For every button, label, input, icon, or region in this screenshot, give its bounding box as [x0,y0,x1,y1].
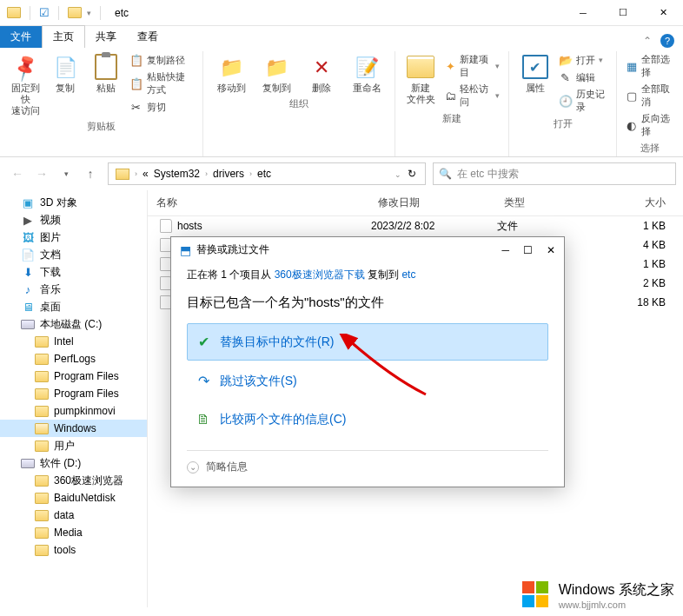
col-size[interactable]: 大小 [621,190,683,215]
chevron-down-icon: ⌄ [187,461,199,474]
tree-music[interactable]: ♪音乐 [0,281,147,298]
tree-windows[interactable]: Windows [0,420,147,437]
drive-icon [21,457,35,469]
easy-access-button[interactable]: 🗂轻松访问▾ [445,83,501,109]
scissors-icon: ✂ [129,100,143,114]
group-clipboard-label: 剪贴板 [87,116,116,135]
breadcrumb-root-icon[interactable] [116,169,129,180]
tree-users[interactable]: 用户 [0,437,147,454]
nav-up-button[interactable]: ↑ [80,163,101,184]
col-type[interactable]: 类型 [495,190,621,215]
refresh-button[interactable]: ↻ [408,168,416,180]
breadcrumb-item[interactable]: «System32 [139,168,203,180]
tree-videos[interactable]: ▶视频 [0,211,147,229]
invert-selection-button[interactable]: ◐反向选择 [626,112,674,138]
folder-icon [35,371,49,382]
tree-perflogs[interactable]: PerfLogs [0,350,147,368]
nav-tree[interactable]: ▣3D 对象 ▶视频 🖼图片 📄文档 ⬇下载 ♪音乐 🖥桌面 本地磁盘 (C:)… [0,190,148,607]
folder-icon [35,527,49,539]
replace-file-option[interactable]: ✔ 替换目标中的文件(R) [187,323,548,361]
col-date[interactable]: 修改日期 [369,190,495,215]
path-icon: 📋 [129,53,143,67]
tab-home[interactable]: 主页 [42,25,85,48]
tree-intel[interactable]: Intel [0,333,147,350]
tree-downloads[interactable]: ⬇下载 [0,263,147,281]
tab-share[interactable]: 共享 [85,26,127,48]
dialog-source-text: 正在将 1 个项目从 360极速浏览器下载 复制到 etc [187,268,548,282]
tree-data[interactable]: data [0,507,147,524]
select-none-button[interactable]: ▢全部取消 [626,83,674,109]
nav-back-button[interactable]: ← [7,163,28,184]
tree-baidu[interactable]: BaiduNetdisk [0,489,147,507]
file-type: 文件 [497,219,623,234]
edit-button[interactable]: ✎编辑 [559,70,607,84]
qat-dropdown-icon[interactable]: ▾ [87,9,91,17]
search-input[interactable]: 🔍 在 etc 中搜索 [433,162,676,185]
folder-icon [35,388,49,400]
copy-to-icon: 📁 [262,53,290,81]
breadcrumb-dropdown[interactable]: ⌄ [395,170,401,179]
history-icon: 🕘 [559,94,573,108]
folder-icon[interactable] [68,7,82,18]
open-button[interactable]: 📂打开▾ [559,53,607,67]
tab-view[interactable]: 查看 [127,26,169,48]
tree-3d-objects[interactable]: ▣3D 对象 [0,194,147,211]
tree-soft-d[interactable]: 软件 (D:) [0,454,147,472]
dialog-maximize-button[interactable]: ☐ [523,244,533,256]
file-icon [160,219,172,233]
maximize-button[interactable]: ☐ [603,0,643,26]
dialog-minimize-button[interactable]: ─ [501,244,509,256]
breadcrumb-item[interactable]: etc [254,168,275,180]
tree-program-files-x86[interactable]: Program Files [0,385,147,402]
tree-documents[interactable]: 📄文档 [0,246,147,263]
new-folder-button[interactable]: 新建 文件夹 [404,53,437,105]
dialog-more-info[interactable]: ⌄ 简略信息 [187,460,548,474]
tree-pumpkin[interactable]: pumpkinmovi [0,402,147,420]
chevron-right-icon[interactable]: › [249,169,252,178]
dialog-dest-link[interactable]: etc [401,268,415,281]
nav-history-dropdown[interactable]: ▾ [56,163,76,184]
nav-forward-button[interactable]: → [31,163,52,184]
move-to-button[interactable]: 📁移动到 [212,53,250,94]
tree-pictures[interactable]: 🖼图片 [0,229,147,246]
tree-program-files[interactable]: Program Files [0,368,147,385]
copy-to-button[interactable]: 📁复制到 [257,53,295,94]
help-icon[interactable]: ? [660,34,674,48]
qat-check-icon[interactable]: ☑ [39,6,50,19]
dialog-source-link[interactable]: 360极速浏览器下载 [275,268,365,281]
tree-media[interactable]: Media [0,524,147,541]
cut-button[interactable]: ✂剪切 [129,100,195,114]
tree-360[interactable]: 360极速浏览器 [0,472,147,489]
chevron-right-icon[interactable]: › [205,169,208,178]
breadcrumb[interactable]: › «System32 › drivers › etc ⌄ ↻ [108,162,426,185]
col-name[interactable]: 名称 [148,190,369,215]
copy-button[interactable]: 📄复制 [49,53,82,94]
delete-button[interactable]: ✕删除 [302,53,341,94]
tab-file[interactable]: 文件 [0,26,42,48]
folder-icon [35,510,49,521]
window-title: etc [115,7,129,19]
properties-button[interactable]: ✔属性 [518,53,551,94]
check-icon: ✔ [196,334,211,350]
paste-shortcut-button[interactable]: 📋粘贴快捷方式 [129,70,195,96]
history-button[interactable]: 🕘历史记录 [559,88,607,114]
rename-button[interactable]: 📝重命名 [348,53,386,94]
pin-quick-access-button[interactable]: 📌固定到快 速访问 [9,53,42,116]
skip-file-option[interactable]: ↷ 跳过该文件(S) [187,362,548,400]
copy-path-button[interactable]: 📋复制路径 [129,53,195,67]
breadcrumb-item[interactable]: drivers [209,168,248,180]
tree-tools[interactable]: tools [0,541,147,559]
minimize-button[interactable]: ─ [563,0,603,26]
tree-desktop[interactable]: 🖥桌面 [0,298,147,315]
ribbon-collapse-icon[interactable]: ⌃ [643,35,652,47]
chevron-right-icon[interactable]: › [135,169,137,178]
dialog-close-button[interactable]: ✕ [547,244,555,256]
pictures-icon: 🖼 [21,231,35,243]
compare-files-option[interactable]: 🗎 比较两个文件的信息(C) [187,401,548,438]
file-row[interactable]: hosts 2023/2/2 8:02 文件 1 KB [148,216,683,235]
select-all-button[interactable]: ▦全部选择 [626,53,674,79]
paste-button[interactable]: 粘贴 [89,53,122,94]
close-button[interactable]: ✕ [643,0,683,26]
new-item-button[interactable]: ✦新建项目▾ [445,53,501,79]
tree-local-c[interactable]: 本地磁盘 (C:) [0,315,147,333]
